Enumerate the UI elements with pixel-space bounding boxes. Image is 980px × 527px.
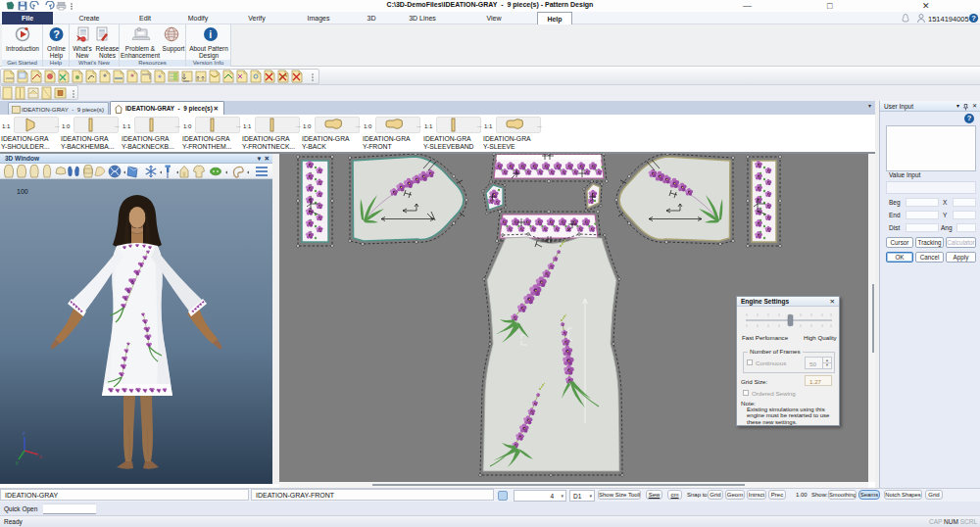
svg-text:?: ? (971, 14, 976, 23)
svg-text:i: i (209, 28, 212, 40)
svg-text:?: ? (53, 28, 60, 40)
svg-text:1514194005: 1514194005 (928, 15, 969, 24)
